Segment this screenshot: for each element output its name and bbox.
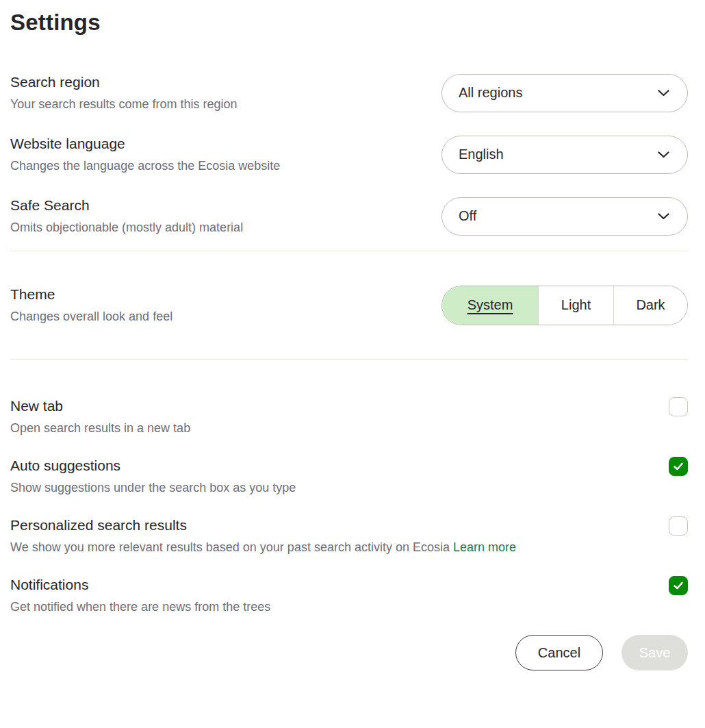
setting-row-theme: Theme Changes overall look and feel Syst… [10, 285, 688, 325]
checkmark-icon [672, 460, 684, 473]
save-button[interactable]: Save [621, 635, 688, 670]
setting-description: We show you more relevant results based … [10, 538, 516, 556]
setting-row-safe-search: Safe Search Omits objectionable (mostly … [10, 196, 688, 236]
setting-row-search-region: Search region Your search results come f… [10, 73, 688, 113]
toggle-settings-group: New tab Open search results in a new tab… [10, 397, 688, 616]
personalized-results-checkbox[interactable] [669, 516, 688, 536]
settings-page: Settings Search region Your search resul… [0, 0, 705, 670]
theme-option-label: Light [561, 297, 591, 313]
setting-row-notifications: Notifications Get notified when there ar… [10, 575, 688, 616]
select-value: All regions [459, 85, 522, 101]
theme-segmented-control: System Light Dark [441, 286, 688, 325]
footer-actions: Cancel Save [10, 635, 688, 670]
setting-title: Search region [10, 73, 237, 91]
setting-description: Open search results in a new tab [10, 419, 190, 437]
section-divider [10, 251, 688, 251]
setting-title: Notifications [10, 575, 270, 594]
setting-text: Theme Changes overall look and feel [10, 285, 172, 325]
learn-more-link[interactable]: Learn more [453, 540, 516, 554]
setting-description: Changes the language across the Ecosia w… [10, 157, 280, 175]
cancel-button[interactable]: Cancel [515, 635, 603, 670]
setting-text: Website language Changes the language ac… [10, 134, 280, 175]
theme-option-light[interactable]: Light [538, 286, 614, 325]
setting-title: Personalized search results [10, 516, 516, 534]
setting-text: Personalized search results We show you … [10, 516, 516, 556]
setting-row-new-tab: New tab Open search results in a new tab [10, 397, 688, 437]
setting-description: Omits objectionable (mostly adult) mater… [10, 218, 243, 236]
theme-option-dark[interactable]: Dark [614, 286, 687, 325]
page-title: Settings [10, 10, 688, 36]
setting-description: Get notified when there are news from th… [10, 598, 270, 616]
checkmark-icon [672, 579, 684, 592]
theme-option-label: Dark [636, 297, 665, 313]
notifications-checkbox[interactable] [669, 576, 688, 595]
setting-text: Search region Your search results come f… [10, 73, 237, 113]
auto-suggestions-checkbox[interactable] [669, 457, 688, 476]
setting-description: Changes overall look and feel [10, 307, 172, 325]
setting-description: Your search results come from this regio… [10, 95, 237, 113]
select-value: English [459, 147, 504, 162]
setting-text: New tab Open search results in a new tab [10, 397, 190, 437]
setting-title: New tab [10, 397, 190, 415]
theme-option-system[interactable]: System [442, 286, 538, 325]
select-value: Off [459, 208, 476, 224]
setting-row-auto-suggestions: Auto suggestions Show suggestions under … [10, 456, 688, 497]
setting-description-text: We show you more relevant results based … [10, 540, 450, 554]
setting-title: Website language [10, 134, 280, 153]
theme-option-label: System [467, 297, 513, 313]
setting-text: Notifications Get notified when there ar… [10, 575, 270, 616]
setting-text: Auto suggestions Show suggestions under … [10, 456, 296, 497]
website-language-select[interactable]: English [441, 136, 688, 174]
search-region-select[interactable]: All regions [441, 74, 688, 112]
setting-row-personalized-results: Personalized search results We show you … [10, 516, 688, 556]
setting-text: Safe Search Omits objectionable (mostly … [10, 196, 243, 236]
setting-description: Show suggestions under the search box as… [10, 479, 296, 497]
setting-title: Theme [10, 285, 172, 303]
setting-title: Safe Search [10, 196, 243, 214]
setting-title: Auto suggestions [10, 456, 296, 475]
chevron-down-icon [658, 213, 669, 220]
chevron-down-icon [658, 90, 669, 97]
setting-row-website-language: Website language Changes the language ac… [10, 134, 688, 175]
safe-search-select[interactable]: Off [441, 197, 688, 236]
section-divider [10, 359, 688, 360]
chevron-down-icon [658, 151, 669, 158]
new-tab-checkbox[interactable] [669, 397, 688, 416]
